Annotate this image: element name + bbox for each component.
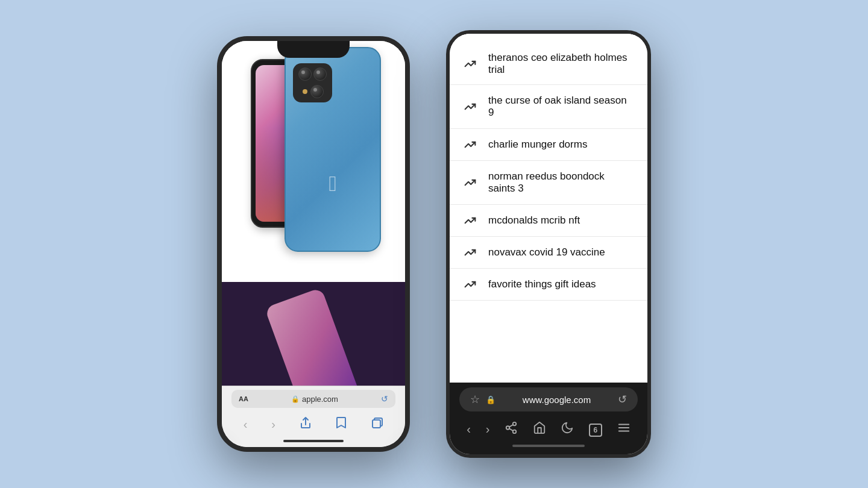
list-item[interactable]: norman reedus boondock saints 3 xyxy=(450,161,647,205)
search-item-label: theranos ceo elizabeth holmes trial xyxy=(488,52,633,76)
iphone-back-button[interactable]: ‹ xyxy=(240,416,251,433)
iphone-pro-back:  xyxy=(285,47,381,252)
svg-line-5 xyxy=(509,425,513,427)
iphone-tabs-button[interactable] xyxy=(368,416,387,433)
iphone-content:  xyxy=(222,41,405,386)
trending-icon xyxy=(464,214,476,227)
lock-icon: 🔒 xyxy=(486,395,495,404)
trending-icon xyxy=(464,177,476,189)
android-bottom-bar: ☆ 🔒 www.google.com ↺ ‹ › xyxy=(450,383,647,454)
iphone-vol-down-button xyxy=(217,131,218,152)
list-item[interactable]: mcdonalds mcrib nft xyxy=(450,205,647,237)
list-item[interactable]: novavax covid 19 vaccine xyxy=(450,237,647,269)
android-home-indicator xyxy=(512,445,585,447)
search-item-label: charlie munger dorms xyxy=(488,139,587,151)
list-item[interactable]: charlie munger dorms xyxy=(450,129,647,161)
iphone-notch xyxy=(277,41,350,58)
camera-lens-2 xyxy=(313,67,327,81)
android-reload-button[interactable]: ↺ xyxy=(618,393,627,406)
iphone-home-indicator xyxy=(283,440,344,442)
android-night-mode-button[interactable] xyxy=(561,421,574,437)
iphone-aa-label[interactable]: AA xyxy=(239,395,248,402)
camera-lens-1 xyxy=(298,67,312,81)
search-item-label: novavax covid 19 vaccine xyxy=(488,246,605,258)
iphone-url-display[interactable]: 🔒 apple.com xyxy=(291,395,338,404)
iphone-forward-button[interactable]: › xyxy=(268,416,279,433)
tabs-count-badge: 6 xyxy=(589,424,602,437)
iphone-bottom-bar: AA 🔒 apple.com ↺ ‹ › xyxy=(222,386,405,447)
android-share-button[interactable] xyxy=(505,421,518,437)
android-device: theranos ceo elizabeth holmes trial the … xyxy=(446,30,651,458)
bookmark-icon[interactable]: ☆ xyxy=(470,393,480,406)
android-menu-button[interactable] xyxy=(617,421,631,437)
iphone-vol-up-button xyxy=(217,101,218,122)
iphone-device:  AA 🔒 apple.com ↺ ‹ › xyxy=(217,36,410,452)
list-item[interactable]: the curse of oak island season 9 xyxy=(450,85,647,129)
android-content: theranos ceo elizabeth holmes trial the … xyxy=(450,34,647,383)
iphone-toolbar: ‹ › xyxy=(231,413,395,437)
camera-lens-3 xyxy=(310,85,324,98)
iphone-screen:  AA 🔒 apple.com ↺ ‹ › xyxy=(222,41,405,447)
android-top-padding xyxy=(450,34,647,46)
iphone-share-button[interactable] xyxy=(296,415,315,434)
iphone-url-text: apple.com xyxy=(302,395,338,404)
apple-logo:  xyxy=(329,171,336,196)
iphone-power-button xyxy=(409,113,410,149)
search-item-label: mcdonalds mcrib nft xyxy=(488,214,580,227)
camera-module xyxy=(293,63,332,102)
iphone-bookmarks-button[interactable] xyxy=(332,415,351,434)
iphone-page-bottom xyxy=(222,282,405,386)
trending-icon xyxy=(464,278,476,290)
iphone-mini-preview xyxy=(265,287,362,386)
search-item-label: the curse of oak island season 9 xyxy=(488,95,633,119)
search-item-label: norman reedus boondock saints 3 xyxy=(488,170,633,195)
android-tabs-button[interactable]: 6 xyxy=(589,422,602,437)
trending-icon xyxy=(464,58,476,70)
android-toolbar: ‹ › xyxy=(459,418,638,441)
android-screen: theranos ceo elizabeth holmes trial the … xyxy=(450,34,647,454)
camera-flash xyxy=(303,89,307,94)
svg-line-4 xyxy=(509,428,513,431)
apple-product-image:  xyxy=(222,41,405,282)
list-item[interactable]: favorite things gift ideas xyxy=(450,269,647,301)
trending-icon xyxy=(464,246,476,258)
android-address-bar[interactable]: ☆ 🔒 www.google.com ↺ xyxy=(459,387,638,411)
android-url-text: www.google.com xyxy=(502,395,612,405)
iphone-reload-button[interactable]: ↺ xyxy=(381,394,388,404)
svg-rect-0 xyxy=(373,420,380,428)
trending-icon xyxy=(464,139,476,151)
trending-icon xyxy=(464,101,476,113)
lock-icon: 🔒 xyxy=(291,395,300,403)
iphone-address-bar[interactable]: AA 🔒 apple.com ↺ xyxy=(231,390,395,408)
search-list: the curse of oak island season 9 charlie… xyxy=(450,85,647,301)
list-item[interactable]: theranos ceo elizabeth holmes trial xyxy=(450,46,647,85)
search-item-label: favorite things gift ideas xyxy=(488,278,596,290)
android-home-button[interactable] xyxy=(533,421,546,437)
android-forward-button[interactable]: › xyxy=(486,422,490,436)
android-back-button[interactable]: ‹ xyxy=(467,422,471,436)
